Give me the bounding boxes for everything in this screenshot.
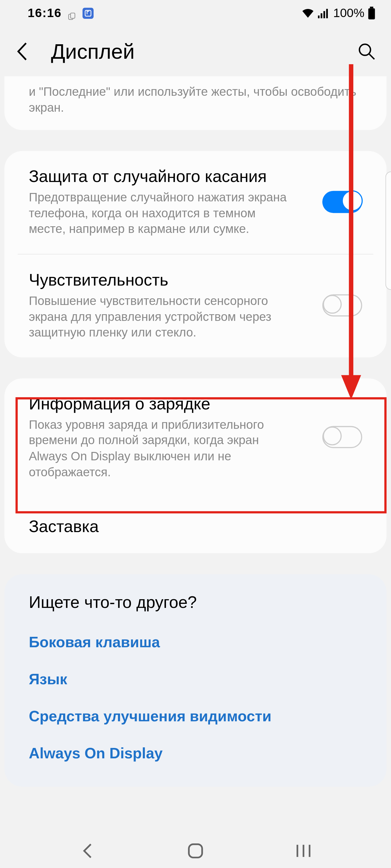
setting-title: Защита от случайного касания (29, 167, 311, 187)
svg-rect-6 (326, 9, 328, 19)
search-icon (357, 42, 376, 61)
search-button[interactable] (353, 38, 380, 65)
setting-title: Информация о зарядке (29, 394, 311, 414)
chevron-left-icon (15, 41, 30, 62)
svg-rect-8 (368, 8, 375, 20)
settings-card-touch: Защита от случайного касания Предотвраще… (4, 151, 386, 357)
setting-touch-sensitivity[interactable]: Чувствительность Повышение чувствительно… (4, 255, 386, 357)
app-indicator-icon (83, 8, 93, 19)
suggestion-visibility[interactable]: Средства улучшения видимости (29, 708, 362, 725)
setting-desc: Повышение чувствительности сенсорного эк… (29, 293, 289, 341)
settings-card-navigation: и "Последние" или используйте жесты, что… (4, 76, 386, 130)
svg-line-10 (369, 54, 374, 59)
toggle-accidental-touch[interactable] (323, 191, 362, 213)
svg-point-9 (359, 44, 370, 55)
battery-icon (368, 7, 375, 20)
toggle-charging-info[interactable] (323, 426, 362, 448)
nav-home-icon (187, 842, 204, 859)
page-title: Дисплей (51, 40, 353, 63)
app-header: Дисплей (0, 27, 391, 76)
back-button[interactable] (9, 38, 36, 65)
battery-percent: 100% (333, 6, 365, 21)
setting-title: Чувствительность (29, 270, 311, 290)
suggestions-title: Ищете что-то другое? (29, 593, 362, 612)
svg-rect-3 (318, 16, 319, 19)
suggestion-language[interactable]: Язык (29, 671, 362, 688)
nav-item-desc-partial: и "Последние" или используйте жесты, что… (4, 76, 386, 130)
multiwindow-icon (68, 9, 76, 18)
setting-title: Заставка (29, 517, 362, 537)
svg-rect-1 (71, 13, 75, 18)
wifi-icon (301, 8, 314, 19)
scroll-indicator[interactable] (386, 172, 391, 290)
signal-icon (318, 8, 330, 19)
svg-rect-13 (189, 844, 202, 858)
setting-desc: Предотвращение случайного нажатия экрана… (29, 190, 289, 237)
nav-back-button[interactable] (65, 838, 110, 864)
navigation-bar (0, 833, 391, 868)
toggle-touch-sensitivity[interactable] (323, 294, 362, 316)
setting-desc: Показ уровня заряда и приблизительного в… (29, 417, 289, 480)
nav-recents-icon (296, 843, 312, 859)
nav-recents-button[interactable] (281, 838, 326, 864)
status-bar: 16:16 100% (0, 0, 391, 27)
svg-rect-4 (320, 13, 323, 18)
status-time: 16:16 (28, 6, 62, 21)
setting-charging-info[interactable]: Информация о зарядке Показ уровня заряда… (4, 378, 386, 497)
suggestion-side-key[interactable]: Боковая клавиша (29, 634, 362, 651)
settings-card-charging: Информация о зарядке Показ уровня заряда… (4, 378, 386, 553)
nav-back-icon (81, 842, 94, 860)
svg-rect-5 (323, 11, 325, 18)
svg-rect-7 (370, 7, 373, 8)
setting-accidental-touch[interactable]: Защита от случайного касания Предотвраще… (4, 151, 386, 254)
nav-home-button[interactable] (173, 838, 218, 864)
setting-screensaver[interactable]: Заставка (4, 501, 386, 554)
suggestions-card: Ищете что-то другое? Боковая клавиша Язы… (4, 574, 386, 787)
suggestion-aod[interactable]: Always On Display (29, 745, 362, 763)
